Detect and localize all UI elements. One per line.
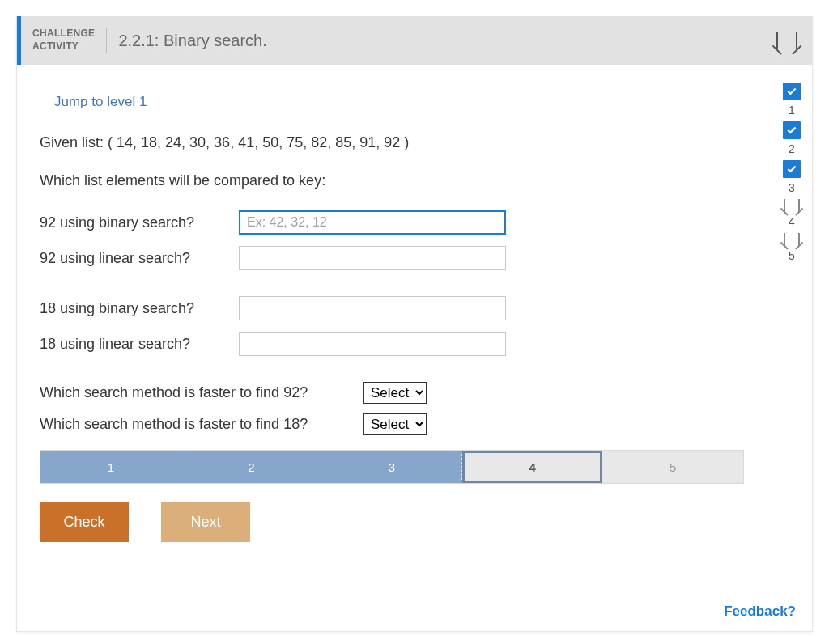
level-number: 2 [789, 142, 795, 155]
select-label: Which search method is faster to find 18… [40, 416, 363, 433]
faster-method-18-select[interactable]: Select [363, 413, 427, 435]
button-row: Check Next [40, 502, 789, 542]
input-row-92-linear: 92 using linear search? [40, 246, 789, 270]
answer-input-92-linear[interactable] [239, 246, 506, 270]
check-icon [783, 83, 801, 100]
answer-input-18-linear[interactable] [239, 332, 506, 356]
answer-input-92-binary[interactable] [239, 210, 506, 235]
faster-method-92-select[interactable]: Select [363, 382, 427, 404]
jump-to-level-link[interactable]: Jump to level 1 [54, 94, 147, 110]
check-button[interactable]: Check [40, 502, 129, 542]
step-progress: 1 2 3 4 5 [40, 450, 744, 484]
level-number: 1 [789, 104, 795, 117]
input-label: 92 using binary search? [40, 214, 239, 231]
next-button[interactable]: Next [161, 502, 250, 542]
select-label: Which search method is faster to find 92… [40, 384, 363, 401]
level-number: 5 [789, 249, 795, 262]
level-number: 4 [789, 215, 795, 228]
input-row-18-linear: 18 using linear search? [40, 332, 789, 356]
input-row-18-binary: 18 using binary search? [40, 296, 789, 320]
shield-icon [784, 199, 800, 212]
level-3[interactable]: 3 [783, 160, 801, 194]
input-label: 18 using linear search? [40, 336, 239, 353]
input-row-92-binary: 92 using binary search? [40, 210, 789, 235]
check-icon [783, 160, 801, 178]
challenge-header: CHALLENGE ACTIVITY 2.2.1: Binary search. [17, 16, 812, 65]
challenge-label-line1: CHALLENGE [32, 28, 95, 39]
select-row-92: Which search method is faster to find 92… [40, 382, 789, 404]
challenge-body: 1 2 3 4 5 Jump to l [17, 65, 812, 631]
level-sidebar: 1 2 3 4 5 [783, 83, 801, 262]
step-5[interactable]: 5 [602, 451, 743, 483]
level-5[interactable]: 5 [784, 233, 800, 262]
shield-icon [776, 32, 797, 49]
input-label: 18 using binary search? [40, 300, 239, 317]
step-4[interactable]: 4 [462, 451, 603, 483]
step-3[interactable]: 3 [321, 451, 462, 483]
challenge-label: CHALLENGE ACTIVITY [32, 28, 107, 53]
level-number: 3 [789, 181, 795, 194]
given-list: Given list: ( 14, 18, 24, 30, 36, 41, 50… [40, 134, 789, 151]
challenge-title: 2.2.1: Binary search. [107, 32, 266, 50]
level-1[interactable]: 1 [783, 83, 801, 117]
answer-input-18-binary[interactable] [239, 296, 506, 320]
challenge-card: CHALLENGE ACTIVITY 2.2.1: Binary search.… [16, 16, 813, 632]
level-4[interactable]: 4 [784, 199, 800, 228]
step-2[interactable]: 2 [181, 451, 322, 483]
level-2[interactable]: 2 [783, 121, 801, 155]
step-1[interactable]: 1 [40, 451, 181, 483]
feedback-link[interactable]: Feedback? [724, 604, 796, 620]
input-label: 92 using linear search? [40, 250, 239, 267]
select-row-18: Which search method is faster to find 18… [40, 413, 789, 435]
challenge-label-line2: ACTIVITY [32, 40, 79, 52]
shield-icon [784, 233, 800, 246]
check-icon [783, 121, 801, 139]
question-prompt: Which list elements will be compared to … [40, 172, 789, 189]
